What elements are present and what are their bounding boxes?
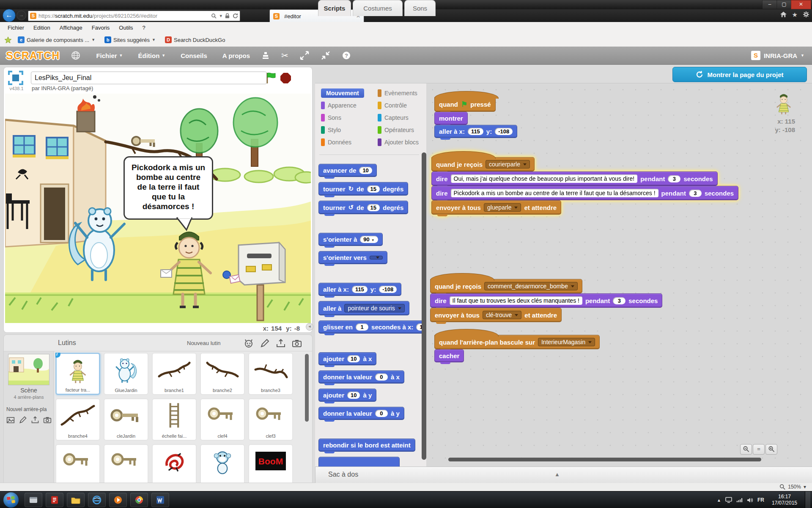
category-ev-nements[interactable]: Evènements xyxy=(378,88,417,98)
sprite-card-facteur-tra[interactable]: ifacteur tra... xyxy=(55,353,100,395)
sprite-grid-scrollbar[interactable] xyxy=(305,354,309,422)
script-stack-4[interactable]: quand l'arrière-plan bascule surInterieu… xyxy=(434,328,600,362)
reader-icon[interactable] xyxy=(46,493,63,507)
block-dropdown[interactable]: pointeur de souris xyxy=(344,304,404,312)
block-number-input[interactable]: -108 xyxy=(379,286,397,293)
category-sons[interactable]: Sons xyxy=(321,113,341,122)
script-stack-3[interactable]: quand je reçoiscomment_desarmorce_bombed… xyxy=(430,272,662,322)
zoom-reset-button[interactable]: = xyxy=(753,444,765,455)
block-aller[interactable]: aller àpointeur de souris xyxy=(318,301,409,315)
block-dropdown[interactable]: comment_desarmorce_bombe xyxy=(484,282,578,290)
block-quand[interactable]: quand⚑pressé xyxy=(434,97,496,112)
minimize-button[interactable]: – xyxy=(762,0,777,9)
sprite-card-clejardin[interactable]: cleJardin xyxy=(104,398,148,441)
stage-canvas[interactable]: Pickodork a mis unbombe au centrede la t… xyxy=(5,94,311,323)
stage-thumbnail[interactable] xyxy=(8,354,49,385)
sprite-card-branche1[interactable]: branche1 xyxy=(152,353,197,395)
block-cacher[interactable]: cacher xyxy=(434,349,464,362)
browser-menu-fichier[interactable]: Fichier xyxy=(3,23,28,32)
address-bar[interactable]: S https://scratch.mit.edu/projects/69210… xyxy=(28,11,240,21)
taskbar-clock[interactable]: 16:17 17/07/2015 xyxy=(768,494,801,506)
block-tourner[interactable]: tourner↻de15degrés xyxy=(318,182,408,196)
stage-backdrop-section[interactable]: Scène 4 arrière-plans Nouvel arrière-pla xyxy=(4,351,54,483)
scratch-menu-fichier[interactable]: Fichier▼ xyxy=(96,52,123,59)
show-desktop-button[interactable] xyxy=(805,491,810,508)
language-globe-icon[interactable] xyxy=(71,50,81,61)
language-indicator[interactable]: FR xyxy=(757,497,764,503)
start-button[interactable] xyxy=(3,492,19,508)
sprite-card-block[interactable] xyxy=(104,444,148,483)
browser-menu-outils[interactable]: Outils xyxy=(115,23,137,32)
tab-costumes[interactable]: Costumes xyxy=(353,0,403,16)
block-number-input[interactable]: 0 xyxy=(375,373,388,381)
block-quand-l-arri-re-plan-bascule-s[interactable]: quand l'arrière-plan bascule surInterieu… xyxy=(434,335,600,349)
sprite-card-branche4[interactable]: branche4 xyxy=(55,398,100,441)
category-contr-le[interactable]: Contrôle xyxy=(378,101,407,110)
block-number-input[interactable]: 10 xyxy=(347,355,360,362)
block-rebondir-si-le-bord-est-attein[interactable]: rebondir si le bord est atteint xyxy=(318,439,415,452)
refresh-icon[interactable] xyxy=(233,13,238,19)
block-envoyer-tous[interactable]: envoyer à tousclé-trouveet attendre xyxy=(430,308,562,322)
sprite-card-block[interactable] xyxy=(152,444,197,483)
search-caret-icon[interactable]: ▾ xyxy=(219,13,222,19)
block-help-icon[interactable]: ? xyxy=(342,51,351,60)
maximize-button[interactable]: ▢ xyxy=(776,0,792,9)
sprite-card-clef3[interactable]: clef3 xyxy=(248,398,293,441)
grow-sprite-icon[interactable] xyxy=(299,50,310,61)
account-menu[interactable]: S INRIA-GRA ▼ xyxy=(751,51,804,60)
block-number-input[interactable]: 15 xyxy=(367,204,380,211)
block-dropdown[interactable] xyxy=(370,256,383,260)
delete-scissors-icon[interactable]: ✂ xyxy=(281,50,288,61)
network-tray-icon[interactable] xyxy=(736,497,743,503)
back-button[interactable]: ← xyxy=(3,9,16,22)
block-number-dropdown[interactable]: 90▼ xyxy=(360,236,378,243)
volume-tray-icon[interactable] xyxy=(747,497,753,503)
forward-button[interactable]: → xyxy=(16,11,26,20)
block-dire[interactable]: direOui, mais j'ai quelque chose de beau… xyxy=(431,171,718,186)
category-ajouter-blocs[interactable]: Ajouter blocs xyxy=(378,138,419,147)
stop-button[interactable] xyxy=(280,73,291,83)
ie-icon[interactable] xyxy=(88,493,106,507)
palette-scrollbar[interactable] xyxy=(422,152,426,460)
sprite-card-gluejardin[interactable]: GlueJardin xyxy=(104,353,148,395)
block-donner-la-valeur[interactable]: donner la valeur0à x xyxy=(318,370,404,384)
project-title-input[interactable] xyxy=(31,72,267,84)
block-number-input[interactable]: 15 xyxy=(367,185,380,193)
category-mouvement[interactable]: Mouvement xyxy=(321,88,364,98)
browser-menu-favoris[interactable]: Favoris xyxy=(88,23,114,32)
scratch-logo[interactable]: SCRATCH xyxy=(6,50,60,62)
block-glisser-en[interactable]: glisser en1secondes à x:115y: xyxy=(318,320,427,334)
backdrop-library-icon[interactable] xyxy=(6,416,15,424)
block-quand-je-re-ois[interactable]: quand je reçoiscomment_desarmorce_bombe xyxy=(430,279,582,293)
block-envoyer-tous[interactable]: envoyer à tousglueparleet attendre xyxy=(431,200,561,215)
tab-scripts[interactable]: Scripts xyxy=(318,0,351,16)
show-project-page-button[interactable]: Montrer la page du projet xyxy=(672,67,807,82)
block-dropdown[interactable]: courierparle xyxy=(486,160,530,168)
browser-menu-block[interactable]: ? xyxy=(138,23,150,32)
block-number-input[interactable]: 3 xyxy=(613,297,625,304)
block-donner-la-valeur[interactable]: donner la valeur0à y xyxy=(318,407,404,420)
block-tourner[interactable]: tourner↺de15degrés xyxy=(318,201,408,214)
folder-icon[interactable] xyxy=(67,493,85,507)
category-op-rateurs[interactable]: Opérateurs xyxy=(378,125,414,135)
block-s-orienter[interactable]: s'orienter à90▼ xyxy=(318,233,383,246)
block-s-orienter-vers[interactable]: s'orienter vers xyxy=(318,251,387,264)
block-number-input[interactable]: 10 xyxy=(347,392,360,399)
tab-sons[interactable]: Sons xyxy=(404,0,436,16)
sprite-card-branche3[interactable]: branche3 xyxy=(248,353,293,395)
paint-backdrop-icon[interactable] xyxy=(19,416,27,424)
block-ajouter[interactable]: ajouter10à y xyxy=(318,389,376,402)
block-quand-je-re-ois[interactable]: quand je reçoiscourierparle xyxy=(431,157,535,171)
display-tray-icon[interactable] xyxy=(725,497,732,503)
zoom-out-button[interactable] xyxy=(740,444,752,455)
green-flag-button[interactable] xyxy=(264,72,277,84)
sprite-card-clef4[interactable]: clef4 xyxy=(200,398,245,441)
sprite-card-block[interactable]: BooM xyxy=(248,444,293,483)
script-stack-1[interactable]: quand⚑pressémontreraller à x:115y:-108 xyxy=(434,90,517,138)
block-dire[interactable]: direPickodork a mis un bombe au centre d… xyxy=(431,186,738,200)
scratch-menu-a-propos[interactable]: A propos xyxy=(222,52,250,59)
block-number-input[interactable]: 1 xyxy=(356,323,368,331)
block-number-input[interactable]: 0 xyxy=(375,410,388,417)
block-text-input[interactable]: Pickodork a mis un bombe au centre de la… xyxy=(451,189,658,197)
scripts-canvas[interactable]: quand⚑pressémontreraller à x:115y:-108qu… xyxy=(426,83,812,467)
